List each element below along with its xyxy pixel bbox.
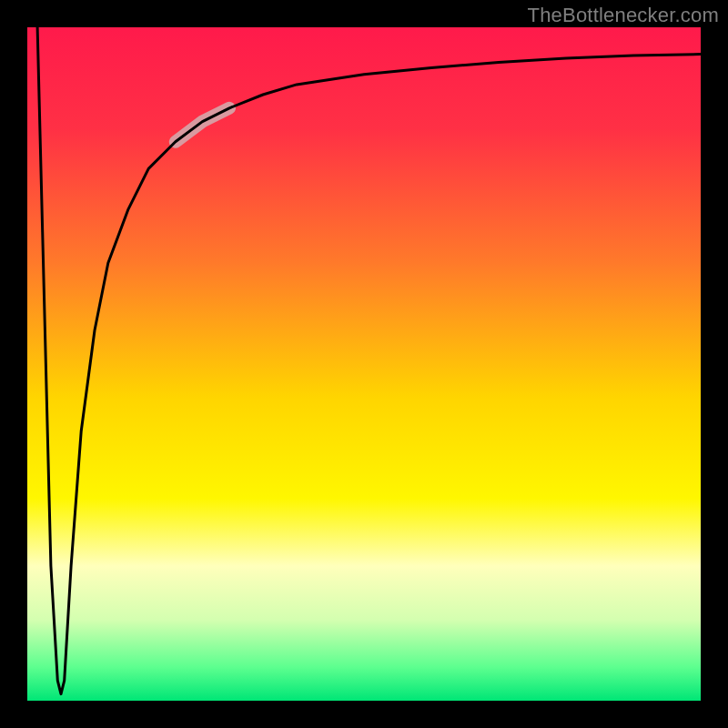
plot-background: [27, 27, 701, 701]
bottleneck-chart: [0, 0, 728, 728]
frame-border: [0, 27, 27, 701]
chart-container: TheBottlenecker.com: [0, 0, 728, 728]
frame-border: [701, 27, 728, 701]
attribution-label: TheBottlenecker.com: [528, 4, 719, 27]
frame-border: [0, 701, 728, 728]
